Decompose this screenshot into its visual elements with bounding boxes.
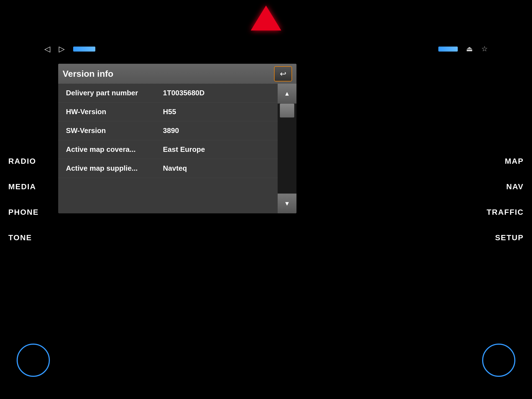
table-row: Delivery part number 1T0035680D bbox=[58, 84, 278, 103]
right-knob[interactable] bbox=[482, 344, 515, 377]
map-supplier-value: Navteq bbox=[163, 164, 187, 173]
back-arrow-icon: ↩ bbox=[280, 69, 286, 78]
table-row: Active map covera... East Europe bbox=[58, 140, 278, 159]
left-knob[interactable] bbox=[17, 344, 50, 377]
right-nav: MAP NAV TRAFFIC SETUP bbox=[477, 0, 532, 399]
setup-button[interactable]: SETUP bbox=[495, 233, 524, 242]
screen-title: Version info bbox=[63, 69, 113, 79]
blue-bar-right bbox=[438, 47, 458, 52]
phone-button[interactable]: PHONE bbox=[8, 208, 55, 217]
back-button[interactable]: ↩ bbox=[274, 66, 292, 81]
map-button[interactable]: MAP bbox=[505, 157, 524, 166]
top-controls: ◁ ▷ ⏏ ☆ bbox=[44, 44, 488, 53]
scroll-track bbox=[278, 104, 296, 193]
sw-version-value: 3890 bbox=[163, 126, 179, 135]
info-list: Delivery part number 1T0035680D HW-Versi… bbox=[58, 84, 278, 213]
traffic-button[interactable]: TRAFFIC bbox=[487, 208, 524, 217]
main-screen: Version info ↩ Delivery part number 1T00… bbox=[58, 64, 296, 213]
eject-icon[interactable]: ⏏ bbox=[466, 45, 473, 53]
nav-button[interactable]: NAV bbox=[506, 182, 524, 191]
map-coverage-label: Active map covera... bbox=[66, 145, 163, 154]
scroll-up-button[interactable]: ▲ bbox=[278, 84, 296, 104]
tone-button[interactable]: TONE bbox=[8, 233, 55, 242]
scrollbar: ▲ ▼ bbox=[278, 84, 296, 213]
prev-arrow-icon[interactable]: ◁ bbox=[44, 44, 50, 53]
delivery-part-number-label: Delivery part number bbox=[66, 89, 163, 97]
radio-button[interactable]: RADIO bbox=[8, 157, 55, 166]
map-supplier-label: Active map supplie... bbox=[66, 164, 163, 173]
media-button[interactable]: MEDIA bbox=[8, 182, 55, 191]
hw-version-label: HW-Version bbox=[66, 108, 163, 116]
scroll-down-icon: ▼ bbox=[284, 200, 290, 207]
hazard-triangle-icon bbox=[251, 6, 281, 30]
screen-header: Version info ↩ bbox=[58, 64, 296, 84]
scroll-up-icon: ▲ bbox=[284, 90, 290, 97]
star-icon[interactable]: ☆ bbox=[481, 45, 488, 53]
sw-version-label: SW-Version bbox=[66, 126, 163, 135]
next-arrow-icon[interactable]: ▷ bbox=[59, 44, 65, 53]
hw-version-value: H55 bbox=[163, 108, 176, 116]
blue-bar-left bbox=[73, 47, 95, 52]
map-coverage-value: East Europe bbox=[163, 145, 205, 154]
delivery-part-number-value: 1T0035680D bbox=[163, 89, 204, 97]
left-nav: RADIO MEDIA PHONE TONE bbox=[0, 0, 55, 399]
screen-content: Delivery part number 1T0035680D HW-Versi… bbox=[58, 84, 296, 213]
scroll-down-button[interactable]: ▼ bbox=[278, 193, 296, 213]
scroll-thumb[interactable] bbox=[280, 104, 294, 117]
table-row: SW-Version 3890 bbox=[58, 121, 278, 140]
table-row: HW-Version H55 bbox=[58, 103, 278, 121]
table-row: Active map supplie... Navteq bbox=[58, 159, 278, 178]
